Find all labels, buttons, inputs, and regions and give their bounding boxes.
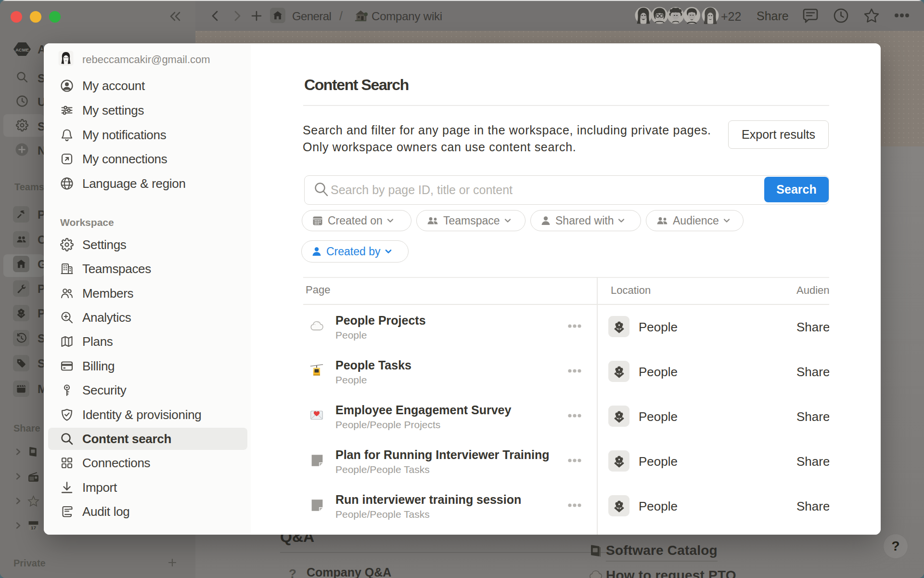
svg-text:17: 17 xyxy=(31,525,36,530)
svg-text:ACME: ACME xyxy=(15,47,29,53)
